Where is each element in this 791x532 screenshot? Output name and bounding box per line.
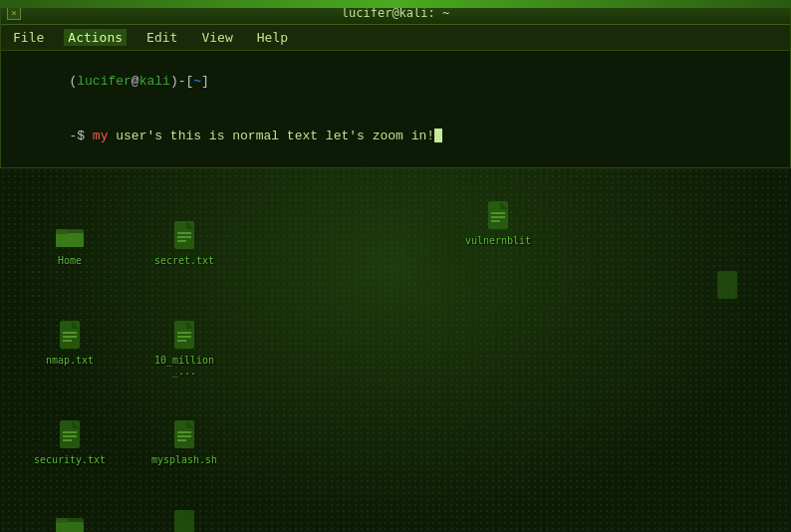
terminal-window: × lucifer@kali: ~ File Actions Edit View… [0, 0, 791, 168]
prompt-dollar: -$ [69, 129, 92, 143]
desktop-icon-vuln[interactable]: vulnernblit [458, 199, 538, 246]
prompt-bracket-close: ] [201, 74, 209, 89]
file-icon-vuln [482, 199, 514, 231]
prompt-at: @ [132, 74, 139, 89]
desktop-icon-bottom1[interactable] [30, 508, 110, 532]
svg-rect-34 [717, 271, 737, 299]
desktop-icon-extra[interactable] [687, 269, 767, 305]
file-icon-secret [168, 219, 200, 251]
terminal-body: (lucifer@kali)-[~] -$ my user's this is … [1, 51, 790, 167]
prompt-bracket-dir: )-[ [170, 74, 193, 89]
svg-rect-14 [60, 321, 80, 349]
icon-label-home: Home [58, 255, 82, 266]
desktop-icon-home[interactable]: Home [30, 219, 110, 266]
svg-rect-8 [56, 233, 84, 247]
svg-rect-9 [56, 229, 68, 234]
file-icon-extra [711, 269, 743, 301]
desktop: × lucifer@kali: ~ File Actions Edit View… [0, 0, 791, 532]
svg-rect-22 [60, 420, 80, 448]
file-icon-nmap [54, 319, 86, 351]
command-text: user's this is normal text let's zoom in… [108, 129, 434, 143]
icon-label-secret: secret.txt [154, 255, 214, 266]
svg-rect-10 [174, 221, 194, 249]
icon-label-security: security.txt [34, 454, 106, 465]
file-icon-10million [168, 319, 200, 351]
icon-label-vuln: vulnernblit [465, 235, 531, 246]
svg-rect-37 [56, 518, 68, 523]
menu-edit[interactable]: Edit [142, 29, 181, 46]
menu-actions[interactable]: Actions [64, 29, 127, 46]
command-keyword: my [93, 129, 109, 143]
desktop-icon-secret[interactable]: secret.txt [144, 219, 224, 266]
file-icon-security [54, 418, 86, 450]
folder-icon-home [54, 219, 86, 251]
desktop-icon-security[interactable]: security.txt [30, 418, 110, 465]
icon-label-10million: 10_million_... [147, 355, 222, 377]
svg-rect-26 [174, 420, 194, 448]
desktop-icon-mysplash[interactable]: mysplash.sh [144, 418, 224, 465]
terminal-line-1: (lucifer@kali)-[~] [7, 55, 784, 110]
terminal-cursor [434, 129, 442, 142]
svg-rect-38 [174, 510, 194, 532]
icon-label-mysplash: mysplash.sh [151, 454, 217, 465]
menu-view[interactable]: View [197, 29, 236, 46]
menu-help[interactable]: Help [253, 29, 292, 46]
icon-label-nmap: nmap.txt [46, 355, 94, 366]
prompt-dir: ~ [193, 74, 201, 89]
folder-icon-bottom1 [54, 508, 86, 532]
terminal-line-2: -$ my user's this is normal text let's z… [7, 110, 784, 164]
desktop-icon-nmap[interactable]: nmap.txt [30, 319, 110, 366]
file-icon-bottom2 [168, 508, 200, 532]
terminal-menubar: File Actions Edit View Help [1, 25, 790, 51]
prompt-user: lucifer [77, 74, 132, 89]
svg-rect-30 [488, 201, 508, 229]
svg-rect-36 [56, 522, 84, 532]
file-icon-mysplash [168, 418, 200, 450]
menu-file[interactable]: File [9, 29, 48, 46]
svg-rect-18 [174, 321, 194, 349]
desktop-icon-10million[interactable]: 10_million_... [144, 319, 224, 377]
desktop-icons-container: File system recon.txt Home [0, 110, 791, 532]
prompt-host: kali [139, 74, 170, 89]
desktop-icon-bottom2[interactable] [144, 508, 224, 532]
taskbar-top [0, 0, 791, 8]
